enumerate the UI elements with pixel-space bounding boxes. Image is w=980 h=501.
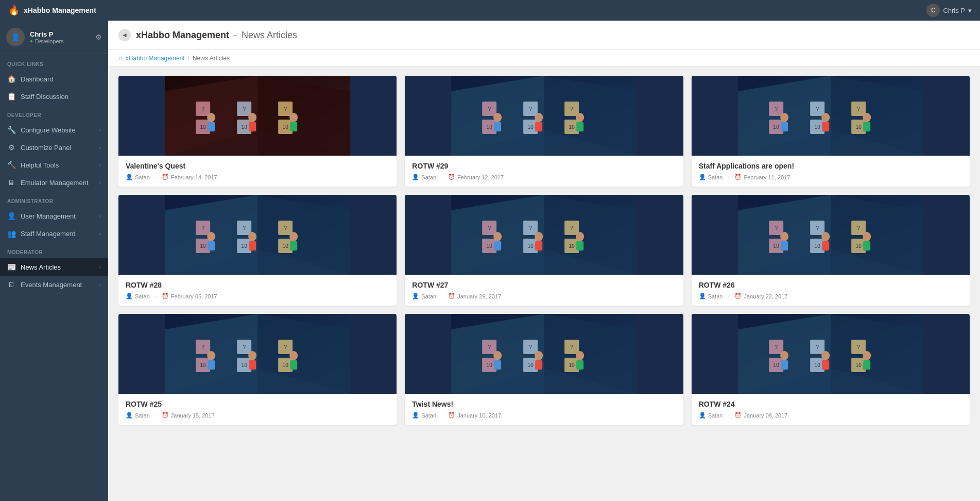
svg-text:?: ? bbox=[201, 106, 204, 112]
scene-svg: ???101010 bbox=[692, 314, 970, 394]
svg-point-174 bbox=[576, 351, 584, 360]
article-card[interactable]: ???101010Valentine's Quest👤Satan·⏰Februa… bbox=[118, 76, 397, 187]
svg-rect-153 bbox=[290, 360, 297, 370]
sidebar-item-staff-discussion[interactable]: 📋Staff Discussion bbox=[0, 88, 108, 105]
svg-text:?: ? bbox=[529, 106, 532, 112]
avatar: 👤 bbox=[6, 28, 25, 46]
svg-text:10: 10 bbox=[242, 124, 248, 130]
sidebar-item-staff-management[interactable]: 👥Staff Management› bbox=[0, 225, 108, 242]
topbar-username: Chris P bbox=[943, 7, 965, 14]
card-meta: 👤Satan·⏰January 10, 2017 bbox=[412, 412, 676, 419]
card-date: ⏰January 29, 2017 bbox=[448, 293, 501, 299]
sidebar-icon: 👥 bbox=[7, 229, 15, 238]
article-card[interactable]: ???101010ROTW #24👤Satan·⏰January 08, 201… bbox=[692, 314, 970, 425]
sidebar-item-events-management[interactable]: 🗓Events Management› bbox=[0, 276, 108, 293]
clock-icon: ⏰ bbox=[448, 293, 455, 299]
card-author: 👤Satan bbox=[412, 293, 436, 299]
svg-rect-109 bbox=[576, 241, 583, 250]
sidebar-icon: 🖥 bbox=[7, 178, 15, 187]
sidebar-icon: 📋 bbox=[7, 92, 15, 101]
settings-icon[interactable]: ⚙ bbox=[95, 33, 102, 41]
svg-point-16 bbox=[207, 113, 215, 122]
meta-dot: · bbox=[441, 174, 443, 180]
card-body: ROTW #27👤Satan·⏰January 29, 2017 bbox=[405, 275, 683, 306]
sidebar-sections: QUICK LINKS🏠Dashboard📋Staff DiscussionDE… bbox=[0, 54, 108, 293]
page-name: News Articles bbox=[242, 30, 297, 40]
clock-icon: ⏰ bbox=[448, 174, 455, 180]
svg-text:?: ? bbox=[488, 344, 491, 350]
svg-text:?: ? bbox=[529, 344, 532, 350]
clock-icon: ⏰ bbox=[734, 293, 742, 299]
svg-point-84 bbox=[248, 232, 256, 241]
card-date: ⏰January 10, 2017 bbox=[448, 412, 501, 419]
card-title: ROTW #29 bbox=[412, 162, 676, 170]
meta-dot: · bbox=[441, 412, 443, 419]
article-card[interactable]: ???101010Twist News!👤Satan·⏰January 10, … bbox=[405, 314, 683, 425]
svg-text:?: ? bbox=[284, 225, 287, 231]
user-role: ● Developers bbox=[30, 38, 90, 44]
author-icon: 👤 bbox=[699, 293, 706, 299]
date-text: January 10, 2017 bbox=[457, 412, 501, 419]
svg-text:?: ? bbox=[857, 225, 860, 231]
article-card[interactable]: ???101010ROTW #25👤Satan·⏰January 15, 201… bbox=[118, 314, 397, 425]
meta-dot: · bbox=[155, 174, 157, 180]
card-body: ROTW #26👤Satan·⏰January 22, 2017 bbox=[692, 275, 970, 306]
svg-point-64 bbox=[863, 113, 871, 122]
breadcrumb-home-link[interactable]: xHabbo Management bbox=[126, 55, 185, 62]
sidebar-icon: 📰 bbox=[7, 263, 15, 271]
card-meta: 👤Satan·⏰January 08, 2017 bbox=[699, 412, 962, 419]
author-name: Satan bbox=[135, 293, 150, 299]
sidebar-icon: 👤 bbox=[7, 212, 15, 220]
svg-text:10: 10 bbox=[773, 362, 779, 368]
chevron-right-icon: › bbox=[99, 213, 101, 219]
sidebar-item-news-articles[interactable]: 📰News Articles› bbox=[0, 258, 108, 276]
topbar: 🔥 xHabbo Management C Chris P ▾ bbox=[0, 0, 980, 21]
chevron-right-icon: › bbox=[99, 282, 101, 288]
sidebar-item-configure-website[interactable]: 🔧Configure Website› bbox=[0, 121, 108, 139]
back-button[interactable]: ◄ bbox=[118, 29, 131, 41]
svg-point-126 bbox=[780, 232, 788, 241]
article-card[interactable]: ???101010Staff Applications are open!👤Sa… bbox=[692, 76, 970, 187]
svg-point-106 bbox=[535, 232, 543, 241]
topbar-user[interactable]: C Chris P ▾ bbox=[926, 4, 972, 17]
svg-text:10: 10 bbox=[487, 124, 493, 130]
sidebar-item-customize-panel[interactable]: ⚙Customize Panel› bbox=[0, 139, 108, 156]
svg-point-42 bbox=[576, 113, 584, 122]
svg-text:10: 10 bbox=[569, 243, 575, 249]
role-label: Developers bbox=[35, 38, 64, 44]
scene-svg: ???101010 bbox=[118, 314, 397, 394]
article-card[interactable]: ???101010ROTW #28👤Satan·⏰February 05, 20… bbox=[118, 195, 397, 306]
svg-point-62 bbox=[821, 113, 830, 122]
card-meta: 👤Satan·⏰February 05, 2017 bbox=[126, 293, 389, 299]
sidebar-item-emulator-management[interactable]: 🖥Emulator Management› bbox=[0, 174, 108, 191]
svg-rect-87 bbox=[290, 241, 297, 250]
svg-text:10: 10 bbox=[528, 362, 534, 368]
sidebar-item-label: Staff Management bbox=[21, 230, 94, 238]
svg-point-20 bbox=[289, 113, 298, 122]
author-name: Satan bbox=[421, 412, 436, 419]
svg-point-108 bbox=[576, 232, 584, 241]
svg-rect-39 bbox=[494, 122, 501, 131]
sidebar-item-label: Customize Panel bbox=[21, 144, 94, 152]
svg-point-60 bbox=[780, 113, 788, 122]
svg-text:10: 10 bbox=[814, 124, 820, 130]
article-card[interactable]: ???101010ROTW #27👤Satan·⏰January 29, 201… bbox=[405, 195, 683, 306]
sidebar-section-label: QUICK LINKS bbox=[0, 54, 108, 70]
card-meta: 👤Satan·⏰February 11, 2017 bbox=[699, 174, 962, 180]
sidebar-item-label: Configure Website bbox=[21, 126, 94, 134]
sidebar-item-label: Events Management bbox=[21, 281, 94, 289]
card-body: ROTW #28👤Satan·⏰February 05, 2017 bbox=[118, 275, 397, 306]
sidebar-item-user-management[interactable]: 👤User Management› bbox=[0, 207, 108, 225]
role-dot: ● bbox=[30, 38, 33, 44]
article-card[interactable]: ???101010ROTW #29👤Satan·⏰February 12, 20… bbox=[405, 76, 683, 187]
sidebar-item-dashboard[interactable]: 🏠Dashboard bbox=[0, 70, 108, 88]
svg-text:?: ? bbox=[857, 344, 860, 350]
sidebar-item-helpful-tools[interactable]: 🔨Helpful Tools› bbox=[0, 156, 108, 174]
meta-dot: · bbox=[728, 293, 729, 299]
card-body: ROTW #29👤Satan·⏰February 12, 2017 bbox=[405, 156, 683, 187]
article-card[interactable]: ???101010ROTW #26👤Satan·⏰January 22, 201… bbox=[692, 195, 970, 306]
svg-rect-41 bbox=[535, 122, 542, 131]
author-icon: 👤 bbox=[699, 412, 706, 419]
svg-rect-151 bbox=[249, 360, 256, 370]
card-meta: 👤Satan·⏰January 15, 2017 bbox=[126, 412, 389, 419]
